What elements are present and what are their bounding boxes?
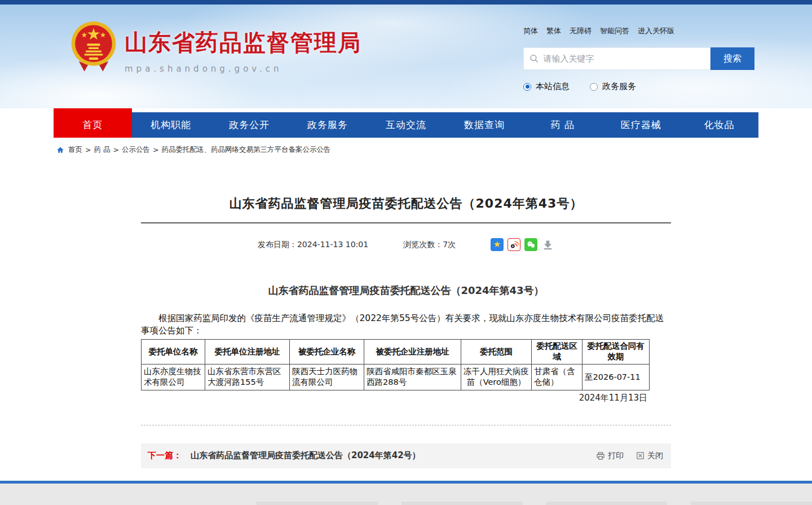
breadcrumb-separator: > xyxy=(113,146,118,154)
col-entrusted-name: 被委托企业名称 xyxy=(290,339,364,364)
nav-items: 首页 机构职能 政务公开 政务服务 互动交流 数据查询 药 品 医疗器械 化妆品 xyxy=(54,108,758,138)
table-header-row: 委托单位名称 委托单位注册地址 被委托企业名称 被委托企业注册地址 委托范围 委… xyxy=(142,339,650,364)
article-tools: 打印 关闭 xyxy=(596,451,663,461)
site-url: mpa.shandong.gov.cn xyxy=(125,64,361,74)
close-button[interactable]: 关闭 xyxy=(636,451,663,461)
header-right: 简体 繁体 无障碍 智能问答 进入关怀版 搜索 本 xyxy=(523,26,754,92)
cell-entrusting-address: 山东省东营市东营区大渡河路155号 xyxy=(205,364,290,390)
close-label: 关闭 xyxy=(647,451,663,461)
article-meta: 发布日期：2024-11-13 10:01 浏览次数：7次 xyxy=(141,238,671,252)
footer-widget xyxy=(401,502,523,505)
home-icon xyxy=(56,146,64,154)
link-care-version[interactable]: 进入关怀版 xyxy=(638,26,674,36)
nav-item-medical-devices[interactable]: 医疗器械 xyxy=(602,108,680,138)
nav-item-interaction[interactable]: 互动交流 xyxy=(367,108,445,138)
prev-article-label: 下一篇： xyxy=(148,450,182,461)
breadcrumb-separator: > xyxy=(153,146,158,154)
sign-date: 2024年11月13日 xyxy=(141,393,671,403)
view-count-value: 7次 xyxy=(443,240,456,249)
page: 山东省药品监督管理局 mpa.shandong.gov.cn 简体 繁体 无障碍… xyxy=(0,0,812,505)
nav-item-gov-disclosure[interactable]: 政务公开 xyxy=(210,108,289,138)
search-scope-radios: 本站信息 政务服务 xyxy=(523,81,754,92)
search-bar: 搜索 xyxy=(523,47,754,70)
close-icon xyxy=(636,451,645,460)
view-count: 浏览次数：7次 xyxy=(403,240,456,250)
share-icons xyxy=(491,238,554,251)
site-logo[interactable]: 山东省药品监督管理局 mpa.shandong.gov.cn xyxy=(70,20,361,74)
breadcrumb-drugs[interactable]: 药 品 xyxy=(94,145,110,155)
top-utility-links: 简体 繁体 无障碍 智能问答 进入关怀版 xyxy=(523,26,754,36)
nav-item-gov-services[interactable]: 政务服务 xyxy=(289,108,367,138)
weibo-icon[interactable] xyxy=(508,238,520,251)
article-content: 山东省药品监督管理局疫苗委托配送公告（2024年第43号） 发布日期：2024-… xyxy=(141,195,671,468)
cell-region: 甘肃省（含仓储） xyxy=(532,364,582,390)
national-emblem-icon xyxy=(70,20,117,73)
col-region: 委托配送区域 xyxy=(532,339,582,364)
top-strip xyxy=(0,0,812,5)
printer-icon xyxy=(596,451,605,460)
prev-article-link[interactable]: 山东省药品监督管理局疫苗委托配送公告（2024年第42号） xyxy=(191,450,421,461)
cell-contract-validity: 至2026-07-11 xyxy=(582,364,650,390)
wechat-icon[interactable] xyxy=(524,238,537,251)
footer-widget xyxy=(546,502,667,505)
col-entrusted-address: 被委托企业注册地址 xyxy=(364,339,461,364)
main-nav: 首页 机构职能 政务公开 政务服务 互动交流 数据查询 药 品 医疗器械 化妆品 xyxy=(54,108,758,138)
download-icon[interactable] xyxy=(541,238,554,251)
col-scope: 委托范围 xyxy=(461,339,532,364)
breadcrumb-current-section[interactable]: 药品委托配送、药品网络交易第三方平台备案公示公告 xyxy=(161,145,330,155)
dotted-divider xyxy=(141,425,671,425)
article-paragraph: 根据国家药监局印发的《疫苗生产流通管理规定》（2022年第55号公告）有关要求，… xyxy=(141,312,671,337)
radio-unchecked-icon[interactable] xyxy=(590,83,598,91)
col-entrusting-address: 委托单位注册地址 xyxy=(205,339,290,364)
print-button[interactable]: 打印 xyxy=(596,451,624,461)
delegation-table: 委托单位名称 委托单位注册地址 被委托企业名称 被委托企业注册地址 委托范围 委… xyxy=(141,339,650,390)
nav-item-drugs[interactable]: 药 品 xyxy=(523,108,602,138)
nav-item-home[interactable]: 首页 xyxy=(54,108,132,138)
footer-widget xyxy=(691,502,812,505)
radio-site-info[interactable]: 本站信息 xyxy=(523,81,570,92)
breadcrumb-public-notices[interactable]: 公示公告 xyxy=(122,145,150,155)
table-row: 山东亦度生物技术有限公司 山东省东营市东营区大渡河路155号 陕西天士力医药物流… xyxy=(142,364,650,390)
link-accessibility[interactable]: 无障碍 xyxy=(570,26,592,36)
breadcrumb: 首页 > 药 品 > 公示公告 > 药品委托配送、药品网络交易第三方平台备案公示… xyxy=(56,145,812,155)
breadcrumb-separator: > xyxy=(85,146,91,154)
link-traditional[interactable]: 繁体 xyxy=(546,26,561,36)
prev-article-bar: 下一篇： 山东省药品监督管理局疫苗委托配送公告（2024年第42号） 打印 xyxy=(141,443,671,468)
prev-article: 下一篇： 山东省药品监督管理局疫苗委托配送公告（2024年第42号） xyxy=(148,450,421,461)
page-footer xyxy=(0,481,812,505)
page-title: 山东省药品监督管理局疫苗委托配送公告（2024年第43号） xyxy=(141,195,671,213)
cell-entrusting-name: 山东亦度生物技术有限公司 xyxy=(142,364,205,390)
search-button[interactable]: 搜索 xyxy=(710,47,754,70)
nav-item-cosmetics[interactable]: 化妆品 xyxy=(680,108,758,138)
link-smart-qa[interactable]: 智能问答 xyxy=(600,26,629,36)
cell-scope: 冻干人用狂犬病疫苗（Vero细胞） xyxy=(461,364,532,390)
footer-widget xyxy=(257,502,378,505)
cell-entrusted-address: 陕西省咸阳市秦都区玉泉西路288号 xyxy=(364,364,461,390)
search-icon xyxy=(529,54,539,64)
col-entrusting-name: 委托单位名称 xyxy=(142,339,205,364)
cell-entrusted-name: 陕西天士力医药物流有限公司 xyxy=(290,364,364,390)
radio-site-info-label: 本站信息 xyxy=(536,81,570,92)
view-count-label: 浏览次数： xyxy=(403,240,443,249)
table-body: 山东亦度生物技术有限公司 山东省东营市东营区大渡河路155号 陕西天士力医药物流… xyxy=(142,364,650,390)
nav-item-functions[interactable]: 机构职能 xyxy=(132,108,210,138)
article-inner-title: 山东省药品监督管理局疫苗委托配送公告（2024年第43号） xyxy=(141,284,671,297)
table-header: 委托单位名称 委托单位注册地址 被委托企业名称 被委托企业注册地址 委托范围 委… xyxy=(142,339,650,364)
publish-date-label: 发布日期： xyxy=(258,240,297,249)
col-contract-validity: 委托配送合同有效期 xyxy=(582,339,650,364)
nav-item-data-query[interactable]: 数据查询 xyxy=(445,108,523,138)
qzone-icon[interactable] xyxy=(491,238,504,251)
radio-checked-icon[interactable] xyxy=(523,83,531,91)
radio-gov-services[interactable]: 政务服务 xyxy=(590,81,636,92)
publish-date: 发布日期：2024-11-13 10:01 xyxy=(258,240,368,250)
radio-gov-services-label: 政务服务 xyxy=(602,81,636,92)
title-divider xyxy=(141,222,671,223)
breadcrumb-home[interactable]: 首页 xyxy=(68,145,82,155)
publish-date-value: 2024-11-13 10:01 xyxy=(297,240,368,249)
logo-text: 山东省药品监督管理局 mpa.shandong.gov.cn xyxy=(125,27,361,74)
print-label: 打印 xyxy=(608,451,624,461)
site-name: 山东省药品监督管理局 xyxy=(125,27,361,58)
link-simplified[interactable]: 简体 xyxy=(523,26,538,36)
search-input[interactable] xyxy=(544,54,704,64)
search-box xyxy=(523,47,710,70)
